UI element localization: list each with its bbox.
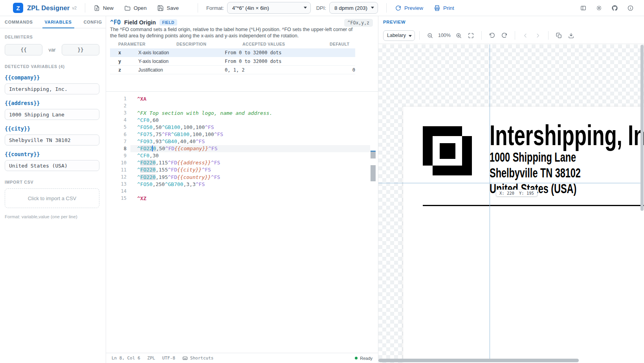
code-line[interactable]: 13^FO50,250^GB700,3,3^FS [106, 181, 378, 188]
code-line[interactable]: 15^XZ [106, 195, 378, 202]
keyboard-icon [182, 356, 188, 361]
previous-label-icon[interactable] [522, 32, 529, 39]
preview-button[interactable]: Preview [395, 5, 423, 11]
code-line[interactable]: 1^XA [106, 95, 378, 102]
line-number: 14 [106, 188, 127, 194]
variable-name: {{country}} [5, 151, 99, 157]
variable-value-input[interactable]: Shelbyville TN 38102 [5, 135, 99, 146]
download-icon[interactable] [568, 32, 574, 39]
delimiter-var-label: var [42, 47, 62, 53]
ready-status-dot [355, 357, 358, 359]
doc-title: Field Origin [124, 19, 156, 26]
editor-overview-ruler[interactable] [371, 92, 376, 353]
chevron-down-icon [304, 7, 307, 9]
tab-variables[interactable]: VARIABLES [45, 16, 72, 28]
app-title: ZPL Designer [27, 4, 70, 12]
parameter-row[interactable]: yY-axis locationFrom 0 to 32000 dots [110, 57, 355, 66]
next-label-icon[interactable] [534, 32, 541, 39]
divider [85, 3, 85, 13]
code-editor[interactable]: 1^XA23^FX Top section with logo, name an… [106, 92, 378, 353]
line-number: 6 [106, 132, 127, 137]
variable-name: {{company}} [5, 74, 99, 81]
code-line[interactable]: 5^FO50,50^GB100,100,100^FS [106, 123, 378, 131]
code-line[interactable]: 10^FO220,115^FD{{address}}^FS [106, 159, 378, 166]
folder-icon [124, 5, 131, 11]
zoom-level: 100% [438, 33, 451, 38]
variable-list: {{company}}Intershipping, Inc.{{address}… [5, 74, 99, 171]
format-label: Format: [206, 5, 224, 11]
code-line[interactable]: 14 [106, 188, 378, 195]
code-line[interactable]: 11^FO220,155^FD{{city}}^FS [106, 166, 378, 173]
github-icon[interactable] [611, 5, 618, 11]
zoom-in-icon[interactable] [455, 32, 462, 39]
code-line[interactable]: 7^FO93,93^GB40,40,40^FS [106, 138, 378, 145]
preview-title: PREVIEW [383, 20, 405, 24]
code-line[interactable]: 6^FO75,75^FR^GB100,100,100^FS [106, 131, 378, 138]
preview-canvas[interactable]: Intershipping, Inc. 1000 Shipping Lane S… [378, 44, 644, 363]
floppy-save-icon [157, 5, 164, 11]
doc-command: ^FO [110, 19, 121, 26]
redo-icon[interactable] [501, 32, 508, 39]
crosshair-vertical-guide [490, 44, 490, 359]
occurrence-marker [371, 152, 376, 158]
dpi-select[interactable]: 8 dpmm (203) [329, 2, 378, 14]
divider [198, 3, 198, 13]
variable-value-input[interactable]: Intershipping, Inc. [5, 83, 99, 94]
language-mode: ZPL [147, 356, 155, 361]
sidebar: COMMANDS VARIABLES CONFIG DELIMITERS {{ … [0, 16, 106, 363]
csv-format-note: Format: variable,value (one per line) [5, 214, 99, 219]
theme-sun-icon[interactable] [596, 5, 602, 11]
parameter-row[interactable]: xX-axis locationFrom 0 to 32000 dots [110, 48, 355, 57]
preview-horizontal-scrollbar[interactable] [378, 359, 640, 362]
variable-value-input[interactable]: United States (USA) [5, 160, 99, 171]
parameter-row[interactable]: zJustification0, 1, 20 [110, 66, 355, 74]
main-panel: ^FO Field Origin FIELD ^FOx,y,z The ^FO … [106, 16, 378, 363]
code-line[interactable]: 2 [106, 102, 378, 109]
app-version: v2 [72, 6, 77, 10]
shortcuts-button[interactable]: Shortcuts [182, 356, 214, 361]
coordinate-tooltip: X: 220 Y: 195 [496, 190, 538, 197]
line-number: 15 [106, 195, 127, 201]
variable-value-input[interactable]: 1000 Shipping Lane [5, 109, 99, 120]
code-line[interactable]: 9^CF0,30 [106, 152, 378, 159]
csv-dropzone[interactable]: Click to import a CSV [5, 188, 99, 208]
copy-icon[interactable] [556, 32, 562, 39]
delimiter-close-input[interactable]: }} [62, 44, 99, 55]
divider [386, 3, 387, 13]
preview-vertical-scrollbar[interactable] [640, 45, 644, 358]
logo-box-inverse-edge [433, 166, 472, 175]
printer-icon [434, 5, 440, 11]
label-divider-rule [423, 205, 644, 206]
delimiters-heading: DELIMITERS [5, 35, 99, 39]
zoom-out-icon[interactable] [427, 32, 433, 39]
divider [419, 31, 420, 40]
tab-commands[interactable]: COMMANDS [5, 16, 33, 28]
delimiter-open-input[interactable]: {{ [5, 44, 42, 55]
code-line[interactable]: 8^FO220,50^FD{{company}}^FS [106, 145, 378, 152]
undo-icon[interactable] [489, 32, 495, 39]
render-engine-select[interactable]: Labelary [383, 30, 415, 41]
tab-config[interactable]: CONFIG [84, 16, 102, 28]
command-doc-panel: ^FO Field Origin FIELD ^FOx,y,z The ^FO … [106, 16, 378, 92]
save-button[interactable]: Save [157, 5, 179, 11]
refresh-icon [395, 5, 402, 11]
code-line[interactable]: 12^FO220,195^FD{{country}}^FS [106, 173, 378, 181]
doc-description: The ^FO command sets a field origin, rel… [110, 27, 356, 39]
code-line[interactable]: 3^FX Top section with logo, name and add… [106, 109, 378, 116]
line-number: 8 [106, 146, 127, 151]
line-number: 3 [106, 110, 127, 116]
info-icon[interactable] [627, 5, 634, 11]
app-logo: Z [13, 3, 23, 13]
print-button[interactable]: Print [434, 5, 454, 11]
divider [515, 31, 515, 40]
new-button[interactable]: New [94, 5, 114, 11]
line-number: 13 [106, 181, 127, 187]
format-select[interactable]: 4"*6" (4in × 6in) [227, 2, 311, 14]
open-button[interactable]: Open [124, 5, 147, 11]
fit-to-screen-icon[interactable] [468, 32, 474, 39]
line-number: 12 [106, 174, 127, 180]
line-number: 2 [106, 103, 127, 109]
code-line[interactable]: 4^CF0,60 [106, 116, 378, 123]
sidebar-tabs: COMMANDS VARIABLES CONFIG [0, 16, 106, 28]
panel-layout-icon[interactable] [580, 5, 587, 11]
